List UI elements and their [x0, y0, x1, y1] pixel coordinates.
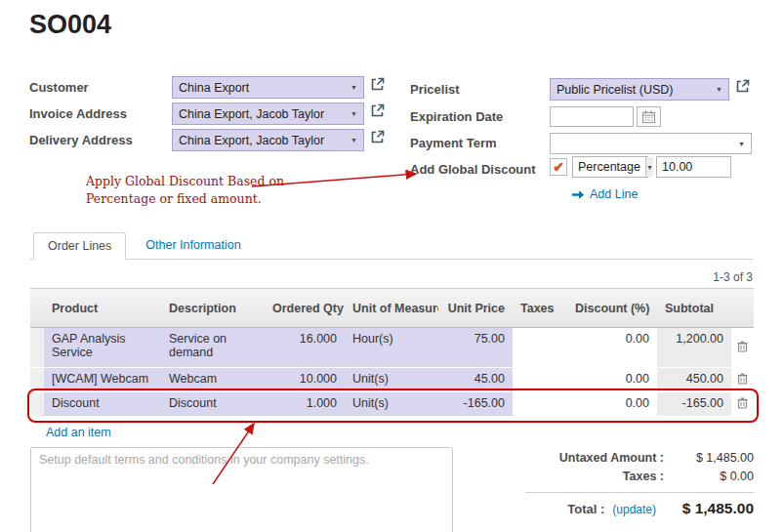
tab-bar: Order Lines Other Information — [29, 231, 753, 260]
cell-unit-price: 45.00 — [438, 368, 513, 392]
total-value: $ 1,485.00 — [656, 500, 754, 517]
chevron-down-icon: ▼ — [646, 164, 653, 171]
totals-panel: Untaxed Amount : $ 1,485.00 Taxes : $ 0.… — [525, 451, 754, 517]
pricelist-value: Public Pricelist (USD) — [557, 83, 712, 97]
delete-row-button[interactable] — [731, 328, 754, 368]
order-line-row[interactable]: [WCAM] Webcam Webcam 10.000 Unit(s) 45.0… — [30, 368, 754, 392]
invoice-address-select[interactable]: China Export, Jacob Taylor ▼ — [172, 102, 364, 125]
column-header-unit-of-measure: Unit of Measure — [345, 288, 438, 328]
cell-discount: 0.00 — [567, 368, 657, 392]
taxes-label: Taxes : — [525, 470, 664, 483]
update-link[interactable]: (update) — [612, 503, 656, 516]
cell-ordered-qty: 10.000 — [265, 368, 345, 392]
trash-icon — [737, 342, 748, 355]
cell-description: Webcam — [161, 368, 265, 392]
cell-taxes — [513, 328, 567, 368]
total-label: Total : — [567, 502, 604, 516]
table-header-row: Product Description Ordered Qty Unit of … — [30, 288, 754, 328]
column-header-handle — [30, 288, 44, 328]
delete-row-button[interactable] — [731, 392, 754, 417]
customer-external-link-icon[interactable] — [370, 77, 385, 92]
calendar-icon — [641, 110, 656, 124]
delivery-address-select[interactable]: China Export, Jacob Taylor ▼ — [172, 129, 364, 151]
cell-discount: 0.00 — [567, 328, 657, 368]
row-handle-cell — [30, 328, 44, 368]
delivery-address-value: China Export, Jacob Taylor — [179, 134, 347, 147]
add-line-link[interactable]: Add Line — [571, 187, 638, 201]
column-header-ordered-qty: Ordered Qty — [265, 288, 345, 328]
customer-label: Customer — [29, 80, 89, 95]
delete-row-button[interactable] — [731, 368, 754, 392]
column-header-description: Description — [161, 288, 265, 328]
chevron-down-icon: ▼ — [716, 86, 722, 93]
calendar-button[interactable] — [637, 106, 661, 127]
cell-product: GAP Analysis Service — [44, 328, 161, 368]
cell-subtotal: 1,200.00 — [657, 328, 731, 368]
trash-icon — [737, 398, 748, 412]
cell-unit-of-measure: Unit(s) — [345, 392, 438, 417]
untaxed-amount-label: Untaxed Amount : — [525, 451, 664, 465]
chevron-down-icon: ▼ — [351, 110, 357, 117]
discount-type-select[interactable]: Percentage ▼ — [572, 156, 648, 178]
order-line-row[interactable]: GAP Analysis Service Service on demand 1… — [30, 328, 754, 368]
cell-unit-of-measure: Unit(s) — [345, 368, 438, 392]
cell-unit-price: -165.00 — [438, 392, 513, 417]
discount-type-value: Percentage — [573, 157, 645, 177]
untaxed-amount-value: $ 1,485.00 — [664, 451, 754, 465]
cell-subtotal: 450.00 — [657, 368, 731, 392]
total-row: Total : (update) $ 1,485.00 — [525, 500, 754, 517]
delivery-address-external-link-icon[interactable] — [370, 130, 385, 144]
discount-amount-input[interactable]: 10.00 — [656, 156, 731, 178]
customer-select[interactable]: China Export ▼ — [172, 76, 364, 99]
pricelist-label: Pricelist — [410, 82, 460, 97]
cell-subtotal: -165.00 — [657, 392, 731, 417]
terms-conditions-textarea[interactable]: Setup default terms and conditions in yo… — [30, 447, 453, 532]
chevron-down-icon: ▼ — [351, 137, 357, 143]
invoice-address-value: China Export, Jacob Taylor — [179, 107, 347, 121]
cell-taxes — [513, 392, 567, 417]
payment-term-label: Payment Term — [410, 136, 497, 150]
page-title: SO004 — [29, 10, 111, 40]
cell-product: Discount — [44, 392, 161, 417]
column-header-subtotal: Subtotal — [657, 288, 731, 328]
tab-label: Order Lines — [48, 239, 111, 253]
cell-taxes — [513, 368, 567, 392]
pager-status: 1-3 of 3 — [713, 270, 753, 284]
column-header-delete — [731, 288, 754, 328]
cell-discount: 0.00 — [567, 392, 657, 417]
invoice-address-label: Invoice Address — [29, 106, 127, 121]
tab-other-information[interactable]: Other Information — [132, 231, 254, 259]
expiration-date-label: Expiration Date — [410, 109, 503, 124]
payment-term-select[interactable]: ▼ — [550, 133, 752, 154]
order-lines-table: Product Description Ordered Qty Unit of … — [30, 288, 754, 440]
tab-order-lines[interactable]: Order Lines — [33, 232, 126, 260]
pricelist-select[interactable]: Public Pricelist (USD) ▼ — [550, 78, 729, 101]
cell-unit-price: 75.00 — [438, 328, 513, 368]
check-icon: ✔ — [553, 160, 564, 174]
add-line-label: Add Line — [590, 187, 638, 201]
untaxed-amount-row: Untaxed Amount : $ 1,485.00 — [525, 451, 754, 465]
cell-unit-of-measure: Hour(s) — [345, 328, 438, 368]
order-line-row-discount[interactable]: Discount Discount 1.000 Unit(s) -165.00 … — [30, 392, 754, 417]
row-handle-cell — [30, 392, 44, 417]
column-header-discount: Discount (%) — [567, 288, 657, 328]
global-discount-annotation: Apply Global Discount Based on Percentag… — [86, 173, 284, 207]
dropdown-button[interactable]: ▼ — [645, 157, 653, 177]
cell-description: Discount — [161, 392, 265, 417]
pricelist-external-link-icon[interactable] — [735, 79, 750, 94]
cell-description: Service on demand — [161, 328, 265, 368]
expiration-date-input[interactable] — [550, 106, 634, 127]
column-header-taxes: Taxes — [513, 288, 567, 328]
customer-value: China Export — [179, 81, 347, 95]
totals-divider — [525, 492, 754, 493]
arrow-right-icon — [571, 189, 585, 200]
column-header-product: Product — [44, 288, 161, 328]
add-global-discount-label: Add Global Discount — [410, 162, 536, 177]
add-an-item-link[interactable]: Add an item — [46, 426, 111, 439]
global-discount-checkbox[interactable]: ✔ — [550, 158, 567, 176]
column-header-unit-price: Unit Price — [438, 288, 513, 328]
taxes-value: $ 0.00 — [664, 470, 754, 483]
cell-ordered-qty: 16.000 — [265, 328, 345, 368]
invoice-address-external-link-icon[interactable] — [370, 103, 385, 118]
cell-ordered-qty: 1.000 — [265, 392, 345, 417]
